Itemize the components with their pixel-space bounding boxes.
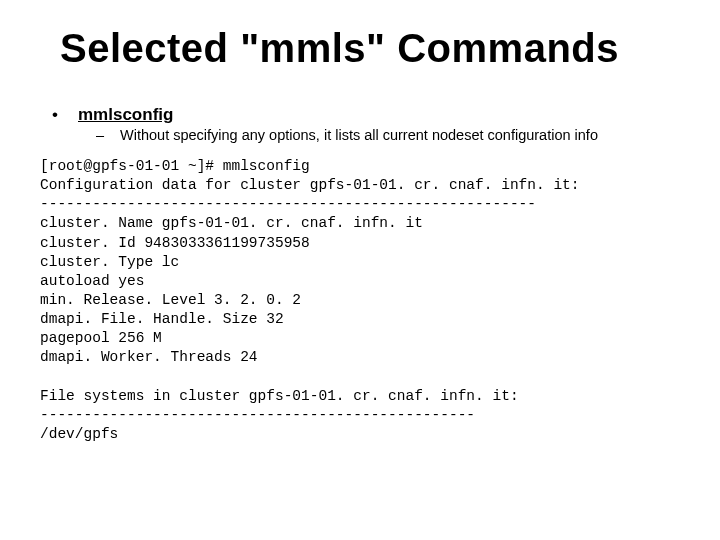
- command-bullet: • mmlsconfig: [52, 105, 680, 125]
- slide-title: Selected "mmls" Commands: [60, 26, 680, 71]
- command-description-row: – Without specifying any options, it lis…: [96, 127, 680, 143]
- command-description: Without specifying any options, it lists…: [120, 127, 598, 143]
- slide: Selected "mmls" Commands • mmlsconfig – …: [0, 0, 720, 540]
- command-name: mmlsconfig: [78, 105, 173, 125]
- dash-icon: –: [96, 127, 120, 143]
- bullet-icon: •: [52, 105, 78, 125]
- terminal-output: [root@gpfs-01-01 ~]# mmlsconfig Configur…: [40, 157, 680, 444]
